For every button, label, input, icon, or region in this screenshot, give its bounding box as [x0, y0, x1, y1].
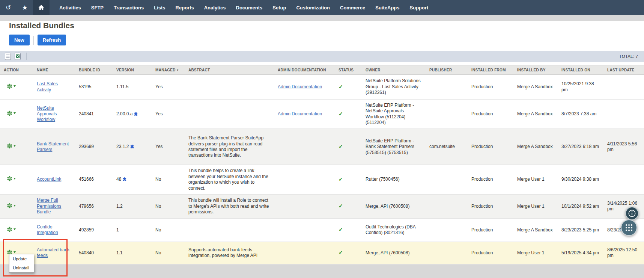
- nav-item-customization[interactable]: Customization: [296, 5, 330, 11]
- context-menu-item-update[interactable]: Update: [9, 254, 34, 263]
- column-header-version[interactable]: VERSION: [113, 65, 152, 75]
- row-actions-button[interactable]: [7, 143, 16, 149]
- status-cell: ✓: [335, 218, 362, 242]
- managed-text: No: [155, 250, 161, 255]
- nav-item-documents[interactable]: Documents: [236, 5, 263, 11]
- version-text: 2.00.0.a: [116, 111, 132, 116]
- column-header-status[interactable]: STATUS: [335, 65, 362, 75]
- publisher-cell: [426, 75, 468, 100]
- installed-on-text: 8/23/2023 5:25 pm: [561, 227, 599, 233]
- history-icon[interactable]: ↺: [0, 0, 17, 15]
- column-header-owner[interactable]: OWNER: [362, 65, 426, 75]
- column-header-action[interactable]: ACTION: [0, 65, 33, 75]
- owner-cell: Rutter (7500456): [362, 165, 426, 194]
- version-cell: 1.2: [113, 194, 152, 218]
- new-button[interactable]: New: [9, 35, 30, 45]
- export-excel-icon[interactable]: [14, 53, 21, 60]
- column-header-installed-from[interactable]: INSTALLED FROM: [468, 65, 513, 75]
- version-cell: 1: [113, 218, 152, 242]
- abstract-text: Supports automated bank feeds integratio…: [188, 247, 257, 258]
- column-header-last-update[interactable]: LAST UPDATE: [603, 65, 644, 75]
- column-header-abstract[interactable]: ABSTRACT: [185, 65, 274, 75]
- publisher-cell: [426, 242, 468, 264]
- abstract-cell: The Bank Statement Parser SuiteApp deliv…: [185, 129, 274, 165]
- column-header-managed[interactable]: MANAGED▼: [152, 65, 185, 75]
- row-actions-button[interactable]: [7, 110, 16, 116]
- table-row: Merge Full Permissions Bundle4796561.2No…: [0, 194, 644, 218]
- bundle-name-link[interactable]: Confido Integration: [37, 224, 58, 235]
- version-cell: 1.11.5: [113, 75, 152, 100]
- abstract-text: This bundle will install a Role to conne…: [188, 198, 269, 215]
- status-check-icon: ✓: [339, 249, 343, 255]
- column-header-installed-on[interactable]: INSTALLED ON: [558, 65, 603, 75]
- row-actions-button[interactable]: [7, 227, 16, 232]
- row-actions-button[interactable]: [7, 176, 16, 181]
- bundle-id-cell: 293699: [75, 129, 113, 165]
- nav-item-setup[interactable]: Setup: [272, 5, 286, 11]
- bundle-name-link[interactable]: NetSuite Approvals Workflow: [37, 106, 57, 122]
- abstract-cell: This bundle helps to create a link betwe…: [185, 165, 274, 194]
- row-actions-button[interactable]: [7, 83, 16, 89]
- last-update-text: 4/11/2023 5:56 pm: [607, 141, 637, 152]
- nav-item-transactions[interactable]: Transactions: [114, 5, 144, 11]
- installed-on-cell: 5/19/2025 4:34 pm: [558, 242, 603, 264]
- last-update-cell: [603, 75, 644, 100]
- row-actions-button[interactable]: [7, 203, 16, 208]
- favorites-star-icon[interactable]: ★: [17, 0, 33, 15]
- owner-text: NetSuite ERP Platform - Bank Statement P…: [366, 138, 414, 155]
- owner-cell: NetSuite ERP Platform - NetSuite Approva…: [362, 100, 426, 129]
- last-update-cell: 8/6/2025 12:50 pm: [603, 242, 644, 264]
- admin-documentation-link[interactable]: Admin Documentation: [278, 111, 322, 116]
- status-check-icon: ✓: [339, 227, 343, 233]
- page-header-zone: Installed Bundles New Refresh TOTAL: 7: [0, 21, 644, 65]
- name-cell: AccountLink: [33, 165, 75, 194]
- keypad-fab-button[interactable]: [621, 219, 637, 236]
- column-header-bundle-id[interactable]: BUNDLE ID: [75, 65, 113, 75]
- column-header-installed-by[interactable]: INSTALLED BY: [513, 65, 558, 75]
- bundle-name-link[interactable]: Last Sales Activity: [37, 81, 58, 92]
- name-cell: Confido Integration: [33, 218, 75, 242]
- bundle-id-cell: 451666: [75, 165, 113, 194]
- home-icon[interactable]: [33, 0, 50, 15]
- status-check-icon: ✓: [339, 176, 343, 182]
- admin-doc-cell: Admin Documentation: [274, 75, 335, 100]
- caret-down-icon: [14, 145, 16, 147]
- nav-item-suiteapps[interactable]: SuiteApps: [375, 5, 399, 11]
- bundle-id-cell: 53195: [75, 75, 113, 100]
- status-cell: ✓: [335, 100, 362, 129]
- nav-item-commerce[interactable]: Commerce: [340, 5, 365, 11]
- bundle-name-link[interactable]: AccountLink: [37, 177, 61, 182]
- installed-from-text: Production: [471, 204, 493, 209]
- admin-documentation-link[interactable]: Admin Documentation: [278, 84, 322, 89]
- bundle-id-text: 451666: [79, 177, 94, 182]
- column-header-name[interactable]: NAME: [33, 65, 75, 75]
- nav-item-reports[interactable]: Reports: [176, 5, 194, 11]
- bundle-name-link[interactable]: Merge Full Permissions Bundle: [37, 198, 61, 215]
- info-fab-button[interactable]: [625, 207, 639, 220]
- list-toolbar: TOTAL: 7: [0, 51, 644, 62]
- version-text: 1.11.5: [116, 84, 128, 89]
- column-header-publisher[interactable]: PUBLISHER: [426, 65, 468, 75]
- nav-item-analytics[interactable]: Analytics: [204, 5, 226, 11]
- column-header-admin-documentation[interactable]: ADMIN DOCUMENTATION: [274, 65, 335, 75]
- status-cell: ✓: [335, 75, 362, 100]
- print-list-icon[interactable]: [5, 53, 11, 60]
- version-text: 23.1.2: [116, 144, 129, 149]
- admin-doc-cell: [274, 242, 335, 264]
- context-menu-item-uninstall[interactable]: Uninstall: [9, 263, 34, 272]
- publisher-text: com.netsuite: [429, 144, 455, 149]
- nav-item-support[interactable]: Support: [410, 5, 429, 11]
- refresh-button[interactable]: Refresh: [38, 35, 66, 45]
- status-cell: ✓: [335, 194, 362, 218]
- installed-by-text: Merge User 1: [517, 204, 545, 209]
- nav-item-lists[interactable]: Lists: [154, 5, 165, 11]
- installed-by-text: Merge User 1: [517, 177, 545, 182]
- bundle-name-link[interactable]: Automated bank feeds: [37, 247, 69, 258]
- installed-on-text: 5/19/2025 4:34 pm: [561, 250, 599, 255]
- keypad-icon: [625, 224, 633, 232]
- nav-item-sftp[interactable]: SFTP: [91, 5, 104, 11]
- managed-text: Yes: [155, 144, 163, 149]
- bundle-name-link[interactable]: Bank Statement Parsers: [37, 141, 69, 152]
- nav-item-activities[interactable]: Activities: [59, 5, 81, 11]
- owner-text: NetSuite ERP Platform - NetSuite Approva…: [366, 103, 414, 125]
